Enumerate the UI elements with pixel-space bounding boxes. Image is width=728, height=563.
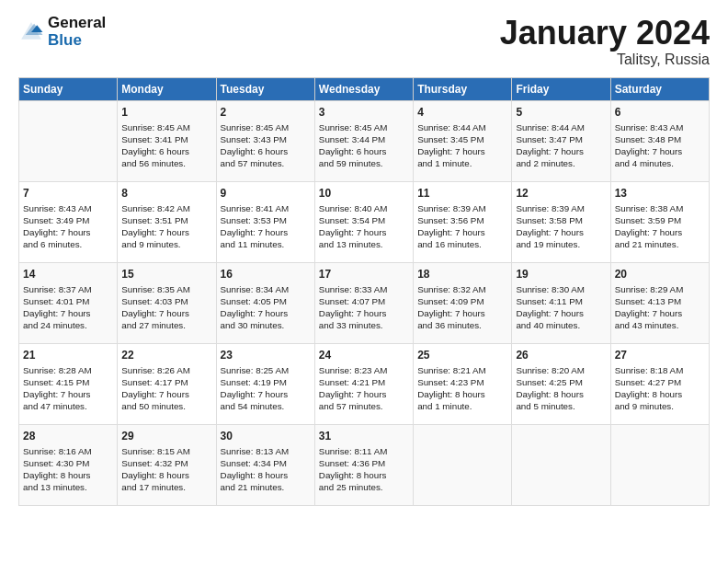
- day-number: 27: [615, 348, 705, 362]
- day-number: 20: [615, 267, 705, 282]
- day-cell: [414, 424, 512, 505]
- day-info: Sunrise: 8:45 AM Sunset: 3:43 PM Dayligh…: [221, 121, 311, 170]
- day-number: 30: [221, 429, 311, 443]
- day-info: Sunrise: 8:39 AM Sunset: 3:56 PM Dayligh…: [417, 202, 507, 251]
- day-number: 6: [615, 105, 705, 120]
- day-info: Sunrise: 8:40 AM Sunset: 3:54 PM Dayligh…: [319, 202, 409, 251]
- day-info: Sunrise: 8:39 AM Sunset: 3:58 PM Dayligh…: [516, 202, 606, 251]
- col-header-friday: Friday: [512, 77, 610, 100]
- day-cell: 31Sunrise: 8:11 AM Sunset: 4:36 PM Dayli…: [314, 424, 413, 505]
- day-cell: 25Sunrise: 8:21 AM Sunset: 4:23 PM Dayli…: [414, 343, 512, 424]
- day-cell: [610, 424, 709, 505]
- col-header-tuesday: Tuesday: [216, 77, 314, 100]
- day-number: 10: [319, 186, 409, 201]
- day-number: 1: [121, 105, 211, 120]
- day-cell: 12Sunrise: 8:39 AM Sunset: 3:58 PM Dayli…: [512, 181, 610, 262]
- day-cell: [19, 100, 118, 181]
- day-number: 2: [221, 105, 311, 120]
- day-cell: 6Sunrise: 8:43 AM Sunset: 3:48 PM Daylig…: [610, 100, 709, 181]
- header: General Blue January 2024 Talitsy, Russi…: [18, 15, 710, 68]
- day-number: 16: [221, 267, 311, 282]
- day-number: 23: [221, 348, 311, 362]
- day-info: Sunrise: 8:43 AM Sunset: 3:49 PM Dayligh…: [23, 202, 113, 251]
- day-number: 15: [121, 267, 211, 282]
- day-number: 4: [417, 105, 507, 120]
- day-info: Sunrise: 8:38 AM Sunset: 3:59 PM Dayligh…: [615, 202, 705, 251]
- day-info: Sunrise: 8:44 AM Sunset: 3:47 PM Dayligh…: [516, 121, 606, 170]
- col-header-wednesday: Wednesday: [314, 77, 413, 100]
- day-info: Sunrise: 8:16 AM Sunset: 4:30 PM Dayligh…: [23, 445, 113, 494]
- day-number: 14: [23, 267, 113, 282]
- day-cell: 19Sunrise: 8:30 AM Sunset: 4:11 PM Dayli…: [512, 262, 610, 343]
- day-cell: 29Sunrise: 8:15 AM Sunset: 4:32 PM Dayli…: [118, 424, 216, 505]
- day-number: 7: [23, 186, 113, 201]
- day-info: Sunrise: 8:18 AM Sunset: 4:27 PM Dayligh…: [615, 364, 705, 413]
- location-subtitle: Talitsy, Russia: [500, 52, 710, 68]
- day-info: Sunrise: 8:37 AM Sunset: 4:01 PM Dayligh…: [23, 283, 113, 332]
- day-cell: 17Sunrise: 8:33 AM Sunset: 4:07 PM Dayli…: [314, 262, 413, 343]
- day-cell: 10Sunrise: 8:40 AM Sunset: 3:54 PM Dayli…: [314, 181, 413, 262]
- day-info: Sunrise: 8:21 AM Sunset: 4:23 PM Dayligh…: [417, 364, 507, 413]
- day-cell: 2Sunrise: 8:45 AM Sunset: 3:43 PM Daylig…: [216, 100, 314, 181]
- week-row-1: 1Sunrise: 8:45 AM Sunset: 3:41 PM Daylig…: [19, 100, 710, 181]
- day-number: 24: [319, 348, 409, 362]
- day-number: 18: [417, 267, 507, 282]
- day-cell: 5Sunrise: 8:44 AM Sunset: 3:47 PM Daylig…: [512, 100, 610, 181]
- day-number: 13: [615, 186, 705, 201]
- day-cell: 11Sunrise: 8:39 AM Sunset: 3:56 PM Dayli…: [414, 181, 512, 262]
- day-cell: 8Sunrise: 8:42 AM Sunset: 3:51 PM Daylig…: [118, 181, 216, 262]
- week-row-2: 7Sunrise: 8:43 AM Sunset: 3:49 PM Daylig…: [19, 181, 710, 262]
- day-info: Sunrise: 8:35 AM Sunset: 4:03 PM Dayligh…: [121, 283, 211, 332]
- logo: General Blue: [18, 15, 106, 49]
- header-row: SundayMondayTuesdayWednesdayThursdayFrid…: [19, 77, 710, 100]
- day-cell: 23Sunrise: 8:25 AM Sunset: 4:19 PM Dayli…: [216, 343, 314, 424]
- title-block: January 2024 Talitsy, Russia: [500, 15, 710, 68]
- day-info: Sunrise: 8:45 AM Sunset: 3:44 PM Dayligh…: [319, 121, 409, 170]
- day-info: Sunrise: 8:29 AM Sunset: 4:13 PM Dayligh…: [615, 283, 705, 332]
- day-info: Sunrise: 8:26 AM Sunset: 4:17 PM Dayligh…: [121, 364, 211, 413]
- day-number: 11: [417, 186, 507, 201]
- col-header-thursday: Thursday: [414, 77, 512, 100]
- day-cell: 14Sunrise: 8:37 AM Sunset: 4:01 PM Dayli…: [19, 262, 118, 343]
- day-number: 22: [121, 348, 211, 362]
- day-info: Sunrise: 8:13 AM Sunset: 4:34 PM Dayligh…: [221, 445, 311, 494]
- day-cell: 21Sunrise: 8:28 AM Sunset: 4:15 PM Dayli…: [19, 343, 118, 424]
- day-number: 9: [221, 186, 311, 201]
- day-cell: [512, 424, 610, 505]
- day-info: Sunrise: 8:32 AM Sunset: 4:09 PM Dayligh…: [417, 283, 507, 332]
- day-number: 26: [516, 348, 606, 362]
- col-header-sunday: Sunday: [19, 77, 118, 100]
- day-number: 8: [121, 186, 211, 201]
- page: General Blue January 2024 Talitsy, Russi…: [0, 0, 728, 515]
- day-cell: 9Sunrise: 8:41 AM Sunset: 3:53 PM Daylig…: [216, 181, 314, 262]
- day-number: 29: [121, 429, 211, 443]
- day-number: 19: [516, 267, 606, 282]
- day-cell: 30Sunrise: 8:13 AM Sunset: 4:34 PM Dayli…: [216, 424, 314, 505]
- day-cell: 20Sunrise: 8:29 AM Sunset: 4:13 PM Dayli…: [610, 262, 709, 343]
- week-row-4: 21Sunrise: 8:28 AM Sunset: 4:15 PM Dayli…: [19, 343, 710, 424]
- day-number: 28: [23, 429, 113, 443]
- day-number: 5: [516, 105, 606, 120]
- day-info: Sunrise: 8:11 AM Sunset: 4:36 PM Dayligh…: [319, 445, 409, 494]
- month-title: January 2024: [500, 15, 710, 52]
- day-cell: 7Sunrise: 8:43 AM Sunset: 3:49 PM Daylig…: [19, 181, 118, 262]
- day-info: Sunrise: 8:34 AM Sunset: 4:05 PM Dayligh…: [221, 283, 311, 332]
- day-cell: 4Sunrise: 8:44 AM Sunset: 3:45 PM Daylig…: [414, 100, 512, 181]
- day-cell: 18Sunrise: 8:32 AM Sunset: 4:09 PM Dayli…: [414, 262, 512, 343]
- logo-icon: [18, 19, 44, 45]
- day-info: Sunrise: 8:42 AM Sunset: 3:51 PM Dayligh…: [121, 202, 211, 251]
- day-number: 25: [417, 348, 507, 362]
- day-info: Sunrise: 8:23 AM Sunset: 4:21 PM Dayligh…: [319, 364, 409, 413]
- col-header-saturday: Saturday: [610, 77, 709, 100]
- day-info: Sunrise: 8:33 AM Sunset: 4:07 PM Dayligh…: [319, 283, 409, 332]
- calendar-table: SundayMondayTuesdayWednesdayThursdayFrid…: [18, 77, 710, 506]
- col-header-monday: Monday: [118, 77, 216, 100]
- day-cell: 15Sunrise: 8:35 AM Sunset: 4:03 PM Dayli…: [118, 262, 216, 343]
- day-cell: 1Sunrise: 8:45 AM Sunset: 3:41 PM Daylig…: [118, 100, 216, 181]
- day-cell: 3Sunrise: 8:45 AM Sunset: 3:44 PM Daylig…: [314, 100, 413, 181]
- day-number: 31: [319, 429, 409, 443]
- day-info: Sunrise: 8:28 AM Sunset: 4:15 PM Dayligh…: [23, 364, 113, 413]
- day-number: 21: [23, 348, 113, 362]
- day-info: Sunrise: 8:25 AM Sunset: 4:19 PM Dayligh…: [221, 364, 311, 413]
- day-cell: 13Sunrise: 8:38 AM Sunset: 3:59 PM Dayli…: [610, 181, 709, 262]
